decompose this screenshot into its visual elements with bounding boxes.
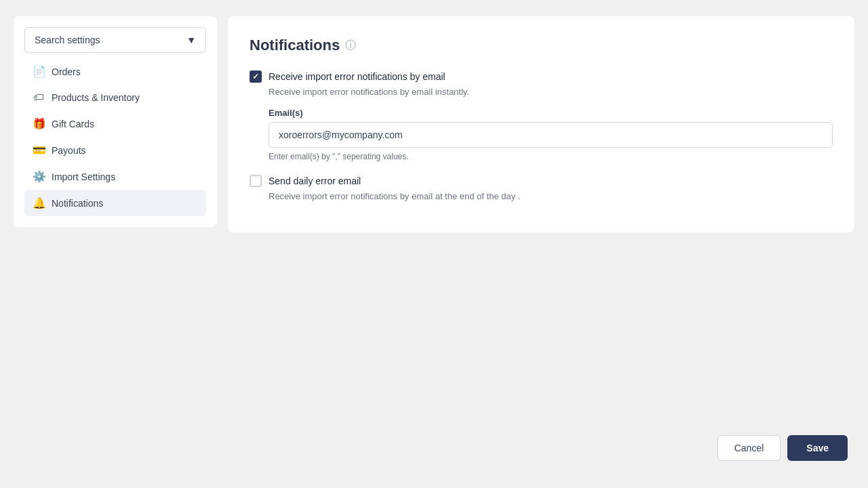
help-icon[interactable]: ⓘ bbox=[345, 39, 356, 53]
sidebar-item-gift-cards-label: Gift Cards bbox=[52, 119, 94, 129]
daily-error-label: Send daily error email bbox=[269, 176, 361, 186]
sidebar-item-products-inventory[interactable]: 🏷 Products & Inventory bbox=[24, 85, 206, 110]
sidebar-nav: 📄 Orders 🏷 Products & Inventory 🎁 Gift C… bbox=[24, 58, 206, 216]
payouts-icon: 💳 bbox=[33, 144, 45, 157]
search-settings-label: Search settings bbox=[35, 35, 100, 45]
page-title-row: Notifications ⓘ bbox=[250, 37, 833, 54]
chevron-down-icon: ▼ bbox=[186, 35, 196, 45]
sidebar-item-orders-label: Orders bbox=[52, 66, 81, 77]
sidebar-item-gift-cards[interactable]: 🎁 Gift Cards bbox=[24, 110, 206, 137]
daily-error-checkbox-row: Send daily error email bbox=[250, 175, 833, 187]
sidebar-item-import-settings[interactable]: ⚙️ Import Settings bbox=[24, 163, 206, 190]
email-hint: Enter email(s) by "," seperating values. bbox=[269, 152, 833, 161]
email-input[interactable] bbox=[269, 122, 833, 148]
sidebar-item-notifications[interactable]: 🔔 Notifications bbox=[24, 190, 206, 216]
sidebar-item-products-label: Products & Inventory bbox=[52, 92, 140, 103]
sidebar-item-orders[interactable]: 📄 Orders bbox=[24, 58, 206, 85]
email-field-label: Email(s) bbox=[269, 108, 833, 118]
products-icon: 🏷 bbox=[33, 92, 45, 104]
gift-cards-icon: 🎁 bbox=[33, 117, 45, 130]
import-settings-icon: ⚙️ bbox=[33, 170, 45, 183]
sidebar-item-import-settings-label: Import Settings bbox=[52, 171, 115, 182]
receive-error-checkbox[interactable] bbox=[250, 70, 262, 83]
receive-error-description: Receive import error notifications by em… bbox=[269, 87, 833, 97]
notifications-icon: 🔔 bbox=[33, 197, 45, 209]
sidebar-item-payouts-label: Payouts bbox=[52, 145, 86, 156]
sidebar-item-notifications-label: Notifications bbox=[52, 198, 103, 209]
save-button[interactable]: Save bbox=[787, 435, 848, 461]
page-title: Notifications bbox=[250, 37, 340, 54]
receive-error-label: Receive import error notifications by em… bbox=[269, 71, 446, 82]
daily-error-checkbox[interactable] bbox=[250, 175, 262, 187]
footer-buttons: Cancel Save bbox=[717, 435, 848, 461]
receive-error-checkbox-row: Receive import error notifications by em… bbox=[250, 70, 833, 83]
cancel-button[interactable]: Cancel bbox=[717, 435, 781, 461]
sidebar-item-payouts[interactable]: 💳 Payouts bbox=[24, 137, 206, 163]
sidebar: Search settings ▼ 📄 Orders 🏷 Products & … bbox=[14, 16, 217, 227]
orders-icon: 📄 bbox=[33, 65, 45, 78]
daily-error-description: Receive import error notifications by em… bbox=[269, 191, 833, 201]
search-settings-dropdown[interactable]: Search settings ▼ bbox=[24, 27, 206, 53]
main-content: Notifications ⓘ Receive import error not… bbox=[228, 16, 854, 232]
